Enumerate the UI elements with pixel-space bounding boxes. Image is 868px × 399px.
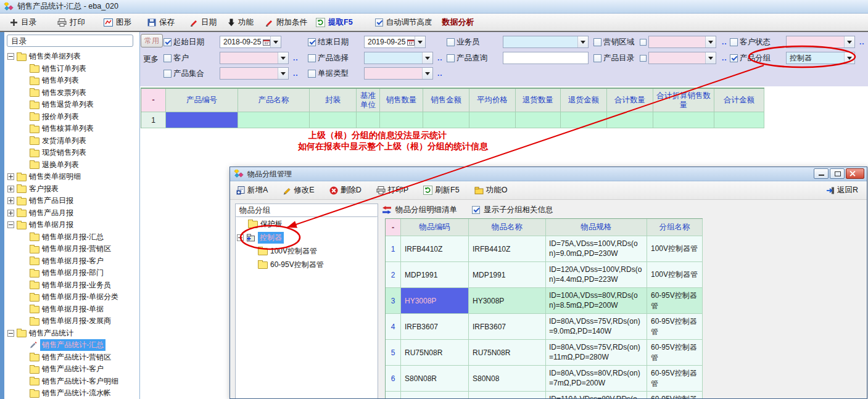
table-cell[interactable]: RU75N08R — [401, 340, 469, 366]
table-cell[interactable]: ID=110A,VDss=80V,RDs(on)=6.5mΩ,PD=200W — [546, 392, 647, 399]
row-number-cell[interactable]: 2 — [386, 262, 401, 288]
sidebar-item[interactable]: 报价单列表 — [5, 111, 138, 123]
customer-status-checkbox[interactable] — [730, 38, 738, 46]
doc-type-checkbox[interactable] — [308, 70, 316, 78]
table-cell[interactable]: 110N8F6 — [469, 392, 546, 399]
customer-status-select[interactable] — [786, 36, 855, 48]
product-select-select[interactable] — [364, 52, 433, 64]
product-group-select[interactable]: 控制器 — [786, 52, 855, 64]
save-button[interactable]: 保存 — [147, 17, 175, 28]
salesman-checkbox[interactable] — [447, 38, 455, 46]
delete-button[interactable]: 删除D — [329, 185, 362, 195]
table-cell[interactable]: ID=120A,VDss=100V,RDs(on)=4.4mΩ,PD=223W — [546, 262, 647, 288]
table-cell[interactable]: ID=75A,VDss=100V,RDs(on)=9.0mΩ,PD=230W — [546, 236, 647, 262]
table-cell[interactable]: 100V控制器管 — [647, 236, 703, 262]
row-number-cell[interactable]: 1 — [141, 112, 166, 128]
sidebar-item[interactable]: 销售订单列表 — [5, 63, 138, 75]
table-cell[interactable] — [357, 112, 380, 128]
tree-item-selected[interactable]: 控制器 — [236, 231, 378, 244]
table-cell[interactable] — [423, 112, 469, 128]
dropdown-button[interactable] — [705, 52, 716, 64]
sidebar-item[interactable]: 销售单据月报-业务员 — [5, 279, 138, 292]
start-date-checkbox[interactable] — [163, 38, 172, 46]
table-row[interactable]: 1 IRFB4410Z IRFB4410Z ID=75A,VDss=100V,R… — [386, 236, 703, 262]
column-header[interactable]: 封装 — [310, 89, 357, 112]
region-checkbox[interactable] — [593, 38, 601, 46]
table-cell[interactable] — [561, 112, 607, 128]
customer-select[interactable] — [220, 52, 289, 64]
tree-item[interactable]: 100V控制器管 — [236, 244, 378, 258]
dropdown-button[interactable] — [577, 36, 588, 47]
column-header[interactable]: - — [386, 219, 401, 236]
selected-cell[interactable]: HY3008P — [401, 288, 469, 314]
calendar-icon[interactable] — [263, 39, 270, 46]
product-catalog-select[interactable] — [648, 52, 716, 64]
product-query-checkbox[interactable] — [447, 54, 455, 62]
collapse-icon[interactable] — [7, 53, 14, 60]
sidebar-item[interactable]: 销售产品统计-客户 — [5, 363, 138, 376]
product-query-input[interactable] — [503, 52, 589, 64]
column-header[interactable]: 平均价格 — [469, 89, 516, 112]
dropdown-button[interactable] — [844, 52, 854, 64]
more-options-button[interactable]: .. — [859, 38, 865, 46]
column-header[interactable]: 合计金额 — [714, 89, 764, 112]
dropdown-button[interactable] — [278, 68, 288, 79]
table-cell[interactable]: IRFB4410Z — [469, 236, 546, 262]
sidebar-item[interactable]: 销售产品统计-营销区 — [5, 352, 138, 364]
sidebar-item[interactable]: 发货清单列表 — [5, 135, 138, 147]
table-cell[interactable]: RU75N08R — [469, 340, 546, 366]
table-row[interactable]: 1 — [141, 112, 764, 128]
catalog-button[interactable]: 目录 — [10, 17, 36, 28]
region-select[interactable] — [648, 36, 716, 48]
column-header[interactable]: 退货金额 — [561, 89, 607, 112]
table-cell[interactable]: 60-95V控制器管 — [647, 314, 703, 340]
column-header[interactable]: 基准单位 — [357, 89, 380, 112]
sidebar-item[interactable]: 销售单据月报-单据 — [5, 303, 138, 316]
customer-checkbox[interactable] — [163, 54, 172, 62]
function-button[interactable]: 功能O — [474, 185, 508, 195]
column-header[interactable]: - — [141, 89, 166, 112]
column-header[interactable]: 物品编码 — [401, 219, 469, 236]
data-analysis-button[interactable]: 数据分析 — [442, 17, 474, 28]
expand-icon[interactable] — [7, 210, 14, 216]
print-button[interactable]: 打印P — [376, 185, 408, 195]
table-cell[interactable]: ID=80A,VDss=80V,RDs(on)=7mΩ,PD=200W — [546, 366, 647, 392]
sidebar-item[interactable]: 销售单据月报-发展商 — [5, 315, 138, 327]
table-row[interactable]: 5 RU75N08R RU75N08R ID=80A,VDss=75V,RDs(… — [386, 340, 703, 366]
sidebar-item[interactable]: 客户报表 — [5, 183, 138, 195]
table-cell[interactable] — [714, 112, 764, 128]
tree-item[interactable]: 60-95V控制器管 — [236, 258, 378, 271]
column-header[interactable]: 退货数量 — [516, 89, 561, 112]
dropdown-button[interactable] — [422, 52, 432, 64]
more-options-button[interactable]: .. — [293, 54, 299, 62]
table-cell[interactable] — [607, 112, 653, 128]
product-catalog-sub-checkbox[interactable] — [640, 55, 647, 62]
column-header[interactable]: 销售数量 — [380, 89, 423, 112]
sidebar-item[interactable]: 销售产品月报 — [5, 207, 138, 220]
dropdown-button[interactable] — [278, 52, 288, 64]
sidebar-item[interactable]: 销售类单据明细 — [5, 171, 138, 183]
sidebar-item[interactable]: 销售发票列表 — [5, 87, 138, 99]
calendar-icon[interactable] — [407, 39, 415, 46]
row-number-cell[interactable]: 1 — [386, 236, 401, 262]
table-row-selected[interactable]: 3 HY3008P HY3008P ID=100A,VDss=80V,RDs(o… — [386, 288, 703, 314]
column-header[interactable]: 产品编号 — [166, 89, 238, 112]
sidebar-item[interactable]: 销售单据月报 — [5, 219, 138, 231]
table-row[interactable]: 6 S80N08R S80N08 ID=80A,VDss=80V,RDs(on)… — [386, 366, 703, 392]
sidebar-item[interactable]: 销售产品统计-流水帐 — [5, 387, 138, 399]
date-button[interactable]: 日期 — [189, 17, 217, 28]
row-number-cell[interactable]: 7 — [386, 392, 401, 399]
collapse-icon[interactable] — [237, 234, 244, 241]
table-cell[interactable]: ID=80A,VDss=75V,RDs(on)=9.0mΩ,PD=140W — [546, 314, 647, 340]
column-header[interactable]: 物品名称 — [469, 219, 546, 236]
table-cell[interactable]: 60-95V控制器管 — [647, 366, 703, 392]
table-cell[interactable]: 60-95V控制器管 — [647, 340, 703, 366]
dropdown-button[interactable] — [270, 36, 281, 47]
more-button[interactable]: 更多 — [143, 54, 159, 65]
table-cell[interactable]: MDP1991 — [469, 262, 546, 288]
table-cell[interactable] — [516, 112, 561, 128]
start-date-input[interactable]: 2018-09-25 — [220, 36, 281, 48]
column-header[interactable]: 合计数量 — [607, 89, 653, 112]
extra-condition-button[interactable]: 附加条件 — [265, 17, 307, 28]
collapse-icon[interactable] — [7, 221, 14, 228]
